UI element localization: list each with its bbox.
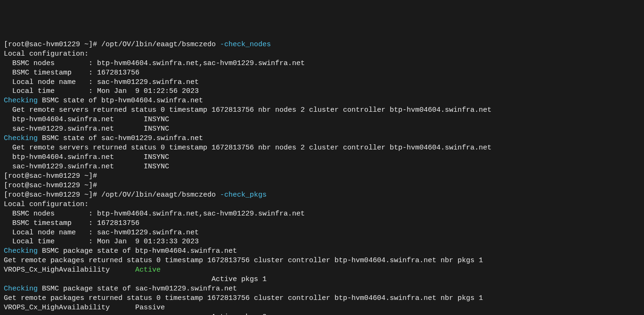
prompt-text: [root@sac-hvm01229 ~]# [4, 41, 101, 49]
check-status: Get remote servers returned status 0 tim… [4, 143, 640, 153]
bsmc-timestamp: BSMC timestamp : 1672813756 [4, 219, 640, 228]
pkg-name: VROPS_Cx_HighAvailability [4, 266, 135, 274]
bsmc-nodes: BSMC nodes : btp-hvm04604.swinfra.net,sa… [4, 209, 640, 219]
prompt-empty: [root@sac-hvm01229 ~]# [4, 181, 640, 191]
bsmc-timestamp: BSMC timestamp : 1672813756 [4, 68, 640, 78]
node-sync-status: btp-hvm04604.swinfra.net INSYNC [4, 115, 640, 124]
local-time: Local time : Mon Jan 9 01:23:33 2023 [4, 237, 640, 247]
terminal-output[interactable]: [root@sac-hvm01229 ~]# /opt/OV/lbin/eaag… [4, 40, 640, 315]
check-pkg-1: Checking BSMC package state of btp-hvm04… [4, 247, 640, 256]
cmd-path: /opt/OV/lbin/eaagt/bsmczedo [101, 41, 220, 49]
check-target: BSMC package state of btp-hvm04604.swinf… [38, 247, 237, 255]
local-node-name: Local node name : sac-hvm01229.swinfra.n… [4, 228, 640, 238]
local-config-header: Local configuration: [4, 50, 640, 59]
check-target: BSMC state of btp-hvm04604.swinfra.net [38, 97, 203, 105]
cmd-line-2: [root@sac-hvm01229 ~]# /opt/OV/lbin/eaag… [4, 191, 640, 200]
check-status: Get remote servers returned status 0 tim… [4, 106, 640, 115]
pkg-status: Get remote packages returned status 0 ti… [4, 256, 640, 265]
checking-keyword: Checking [4, 97, 38, 105]
local-node-name: Local node name : sac-hvm01229.swinfra.n… [4, 78, 640, 87]
node-sync-status: sac-hvm01229.swinfra.net INSYNC [4, 124, 640, 134]
checking-keyword: Checking [4, 247, 38, 255]
local-config-header: Local configuration: [4, 200, 640, 209]
bsmc-nodes: BSMC nodes : btp-hvm04604.swinfra.net,sa… [4, 59, 640, 68]
active-pkgs-summary: Active pkgs 1 [4, 275, 640, 284]
check-node-1: Checking BSMC state of btp-hvm04604.swin… [4, 96, 640, 106]
cmd-arg: -check_pkgs [220, 191, 267, 199]
checking-keyword: Checking [4, 285, 38, 293]
check-pkg-2: Checking BSMC package state of sac-hvm01… [4, 284, 640, 294]
prompt-text: [root@sac-hvm01229 ~]# [4, 191, 101, 199]
cmd-path: /opt/OV/lbin/eaagt/bsmczedo [101, 191, 220, 199]
pkg-state-line: VROPS_Cx_HighAvailability Passive [4, 303, 640, 313]
check-target: BSMC package state of sac-hvm01229.swinf… [38, 285, 237, 293]
node-sync-status: sac-hvm01229.swinfra.net INSYNC [4, 162, 640, 172]
checking-keyword: Checking [4, 134, 38, 142]
pkg-status: Get remote packages returned status 0 ti… [4, 294, 640, 303]
pkg-state-line: VROPS_Cx_HighAvailability Active [4, 265, 640, 275]
prompt-empty: [root@sac-hvm01229 ~]# [4, 172, 640, 181]
pkg-state-active: Active [135, 266, 161, 274]
node-sync-status: btp-hvm04604.swinfra.net INSYNC [4, 153, 640, 162]
cmd-arg: -check_nodes [220, 41, 271, 49]
local-time: Local time : Mon Jan 9 01:22:56 2023 [4, 87, 640, 96]
active-pkgs-summary: Active pkgs 0 [4, 313, 640, 315]
check-node-2: Checking BSMC state of sac-hvm01229.swin… [4, 134, 640, 143]
check-target: BSMC state of sac-hvm01229.swinfra.net [38, 134, 203, 142]
cmd-line-1: [root@sac-hvm01229 ~]# /opt/OV/lbin/eaag… [4, 40, 640, 50]
